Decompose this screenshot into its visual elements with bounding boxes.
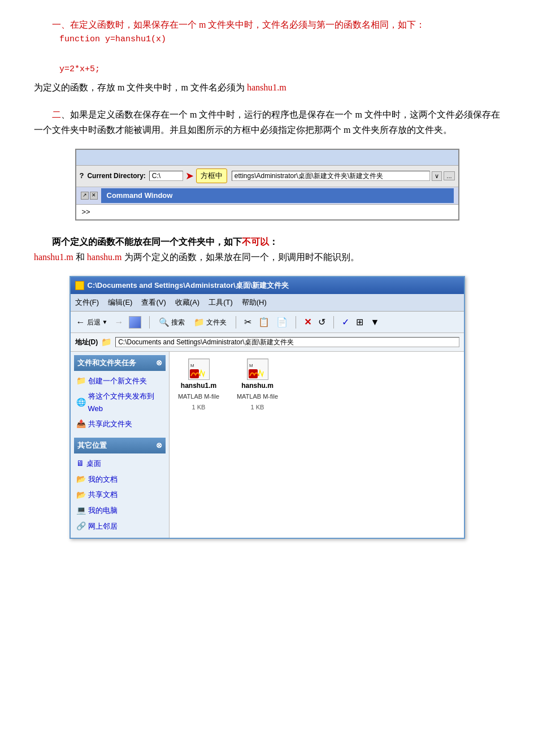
toolbar-question: ? bbox=[80, 170, 84, 182]
annotation-arrow-icon: ➤ bbox=[185, 167, 194, 185]
svg-text:M: M bbox=[190, 363, 194, 368]
address-label: 地址(D) bbox=[75, 336, 98, 348]
annotation-bubble: 方框中 bbox=[196, 169, 227, 183]
toolbar-dir-label: Current Directory: bbox=[87, 170, 145, 182]
section-1: 一、在定义函数时，如果保存在一个 m 文件夹中时，文件名必须与第一的函数名相同，… bbox=[34, 17, 500, 96]
toolbar-sep-2 bbox=[236, 316, 236, 329]
sidebar-item-network[interactable]: 🔗 网上邻居 bbox=[74, 519, 166, 534]
explorer-content: 文件和文件夹任务 ⊗ 📁 创建一个新文件夹 🌐 将这个文件夹发布到Web 📤 共… bbox=[71, 352, 464, 538]
toolbar-path-input[interactable] bbox=[232, 171, 431, 181]
file-item-hanshu[interactable]: M hanshu.m MATLAB M-file 1 KB bbox=[235, 358, 280, 413]
explorer-titlebar: C:\Documents and Settings\Administrator\… bbox=[71, 277, 464, 294]
menu-favorites[interactable]: 收藏(A) bbox=[175, 295, 199, 310]
explorer-toolbar: ← 后退 ▼ → 🔍 搜索 📁 文件夹 ✂ 📋 📄 ✕ ↺ ✓ ⊞ ▼ bbox=[71, 312, 464, 333]
section-3: 两个定义的函数不能放在同一个文件夹中，如下不可以： hanshu1.m 和 ha… bbox=[34, 234, 500, 265]
desktop-icon: 🖥 bbox=[76, 457, 84, 470]
section1-heading: 一、在定义函数时，如果保存在一个 m 文件夹中时，文件名必须与第一的函数名相同，… bbox=[34, 17, 500, 32]
toolbar-dots-row: >> bbox=[76, 205, 458, 219]
toolbar-more-icon[interactable]: ▼ bbox=[369, 313, 380, 331]
explorer-address-bar: 地址(D) 📁 bbox=[71, 333, 464, 352]
sidebar-section-locations[interactable]: 其它位置 ⊗ bbox=[74, 438, 166, 453]
address-folder-icon: 📁 bbox=[101, 335, 112, 349]
sidebar-collapse-icon: ⊗ bbox=[156, 357, 162, 369]
restore-icon[interactable]: ↗ bbox=[81, 192, 89, 200]
menu-help[interactable]: 帮助(H) bbox=[242, 295, 267, 310]
hanshu1-file-icon: M bbox=[188, 358, 210, 380]
toolbar-top-row bbox=[76, 150, 458, 166]
menu-view[interactable]: 查看(V) bbox=[141, 295, 166, 310]
cmdwindow-icon-group: ↗ ✕ bbox=[81, 192, 98, 200]
sidebar-item-new-folder[interactable]: 📁 创建一个新文件夹 bbox=[74, 373, 166, 389]
toolbar-search-btn[interactable]: 🔍 搜索 bbox=[157, 314, 187, 331]
network-icon: 🔗 bbox=[76, 520, 86, 533]
my-computer-icon: 💻 bbox=[76, 504, 86, 517]
toolbar-paste-icon[interactable]: 📄 bbox=[275, 313, 289, 331]
publish-web-icon: 🌐 bbox=[76, 396, 86, 409]
toolbar-dir-input[interactable] bbox=[149, 171, 183, 181]
sidebar-item-my-docs[interactable]: 📂 我的文档 bbox=[74, 472, 166, 487]
shared-docs-icon: 📂 bbox=[76, 489, 86, 502]
matlab-toolbar-box: ? Current Directory: ➤ 方框中 ∨ ... ↗ ✕ Com… bbox=[75, 149, 459, 221]
section3-detail: hanshu1.m 和 hanshu.m 为两个定义的函数，如果放在同一个，则调… bbox=[34, 249, 500, 265]
my-docs-icon: 📂 bbox=[76, 473, 86, 486]
explorer-sidebar: 文件和文件夹任务 ⊗ 📁 创建一个新文件夹 🌐 将这个文件夹发布到Web 📤 共… bbox=[71, 352, 170, 538]
hanshu-file-icon: M bbox=[247, 358, 268, 380]
close-icon[interactable]: ✕ bbox=[90, 192, 98, 200]
share-icon: 📤 bbox=[76, 417, 86, 431]
toolbar-copy-icon[interactable]: 📋 bbox=[257, 313, 271, 331]
code-line-2: y=2*x+5; bbox=[59, 62, 500, 77]
sidebar-item-share[interactable]: 📤 共享此文件夹 bbox=[74, 416, 166, 432]
address-input[interactable] bbox=[115, 337, 459, 347]
cmdwindow-label: Command Window bbox=[101, 188, 454, 203]
toolbar-dropdown-btn[interactable]: ∨ bbox=[432, 171, 442, 181]
toolbar-delete-icon[interactable]: ✕ bbox=[303, 313, 312, 331]
toolbar-view-icon[interactable]: ⊞ bbox=[355, 313, 364, 331]
code-line-1: function y=hanshu1(x) bbox=[59, 32, 500, 47]
hanshu1-filename: hanshu1.m bbox=[181, 380, 216, 391]
explorer-main: M hanshu1.m MATLAB M-file 1 KB M bbox=[170, 352, 464, 538]
hanshu-filesize: 1 KB bbox=[251, 402, 264, 413]
toolbar-check-icon[interactable]: ✓ bbox=[341, 313, 350, 331]
explorer-folder-icon bbox=[75, 281, 84, 290]
cmdwindow-row: ↗ ✕ Command Window bbox=[76, 187, 458, 205]
section2-heading: 二、二、如果是定义函数在保存在一个 m 文件中时，运行的程序也是保存在一个 m … bbox=[34, 107, 500, 137]
file-item-hanshu1[interactable]: M hanshu1.m MATLAB M-file 1 KB bbox=[176, 358, 222, 413]
sidebar-item-my-computer[interactable]: 💻 我的电脑 bbox=[74, 503, 166, 519]
toolbar-sep-3 bbox=[296, 316, 296, 329]
section3-heading: 两个定义的函数不能放在同一个文件夹中，如下不可以： bbox=[34, 234, 500, 249]
explorer-title: C:\Documents and Settings\Administrator\… bbox=[88, 279, 289, 292]
hanshu-filename: hanshu.m bbox=[241, 380, 273, 391]
hanshu1-filesize: 1 KB bbox=[192, 402, 206, 413]
toolbar-sep-4 bbox=[333, 316, 334, 329]
toolbar-sep-1 bbox=[149, 316, 150, 329]
toolbar-undo-icon[interactable]: ↺ bbox=[317, 313, 327, 331]
toolbar-back-btn[interactable]: ← 后退 ▼ bbox=[74, 313, 110, 331]
toolbar-cut-icon[interactable]: ✂ bbox=[243, 313, 253, 331]
explorer-box: C:\Documents and Settings\Administrator\… bbox=[70, 276, 465, 539]
new-folder-icon: 📁 bbox=[76, 374, 86, 388]
hanshu1-filetype: MATLAB M-file bbox=[178, 391, 219, 402]
sidebar-item-desktop[interactable]: 🖥 桌面 bbox=[74, 456, 166, 472]
toolbar-forward-icon[interactable]: → bbox=[114, 314, 123, 330]
sidebar-item-shared-docs[interactable]: 📂 共享文档 bbox=[74, 487, 166, 503]
menu-file[interactable]: 文件(F) bbox=[75, 295, 99, 310]
section-2: 二、二、如果是定义函数在保存在一个 m 文件中时，运行的程序也是保存在一个 m … bbox=[34, 107, 500, 137]
sidebar-item-publish-web[interactable]: 🌐 将这个文件夹发布到Web bbox=[74, 389, 166, 416]
toolbar-browse-btn[interactable]: ... bbox=[444, 171, 454, 180]
sidebar-section-files[interactable]: 文件和文件夹任务 ⊗ bbox=[74, 355, 166, 371]
menu-edit[interactable]: 编辑(E) bbox=[108, 295, 132, 310]
explorer-menubar: 文件(F) 编辑(E) 查看(V) 收藏(A) 工具(T) 帮助(H) bbox=[71, 294, 464, 312]
svg-text:M: M bbox=[249, 363, 253, 368]
sidebar-collapse-icon-2: ⊗ bbox=[156, 439, 162, 452]
section1-note: 为定义的函数，存放 m 文件夹中时，m 文件名必须为 hanshu1.m bbox=[34, 80, 500, 95]
hanshu-filetype: MATLAB M-file bbox=[237, 391, 278, 402]
toolbar-up-icon[interactable] bbox=[129, 316, 141, 329]
toolbar-folder-btn[interactable]: 📁 文件夹 bbox=[192, 314, 229, 331]
toolbar-dir-row: ? Current Directory: ➤ 方框中 ∨ ... bbox=[76, 166, 458, 187]
sidebar-spacer-1 bbox=[74, 432, 166, 438]
menu-tools[interactable]: 工具(T) bbox=[209, 295, 233, 310]
